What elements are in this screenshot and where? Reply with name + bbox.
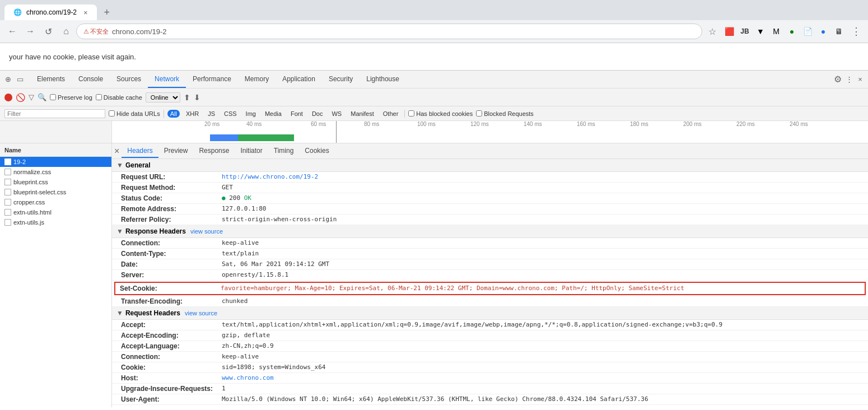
more-tools-icon[interactable]: ⋮ (843, 74, 855, 85)
filter-ws[interactable]: WS (329, 110, 344, 118)
filter-doc[interactable]: Doc (309, 110, 326, 118)
blocked-requests-label[interactable]: Blocked Requests (476, 110, 534, 117)
clear-button[interactable]: 🚫 (16, 93, 25, 102)
timeline-mark-160: 160 ms (577, 121, 595, 127)
disable-cache-checkbox[interactable] (96, 94, 102, 100)
detail-tab-response[interactable]: Response (193, 145, 235, 158)
detail-tab-cookies[interactable]: Cookies (299, 145, 334, 158)
ext-icon-4[interactable]: M (769, 25, 783, 38)
timeline-mark-140: 140 ms (524, 121, 542, 127)
address-bar[interactable]: ⚠ 不安全 chrono.com/19-2 (76, 24, 702, 39)
ext-icon-6[interactable]: 📄 (801, 25, 814, 38)
search-button[interactable]: 🔍 (38, 93, 46, 101)
preserve-log-checkbox[interactable] (50, 94, 56, 100)
ext-icon-2[interactable]: JB (738, 25, 752, 38)
reload-button[interactable]: ↺ (40, 24, 56, 39)
general-section-header[interactable]: ▼ General (112, 159, 868, 172)
file-icon (4, 169, 11, 175)
device-icon[interactable]: ▭ (15, 74, 26, 85)
import-har-button[interactable]: ⬆ (184, 93, 190, 102)
close-devtools-icon[interactable]: × (855, 74, 866, 85)
back-button[interactable]: ← (4, 24, 20, 39)
network-main: Name 19-2 normalize.css blueprint.css bl… (0, 143, 868, 407)
filter-css[interactable]: CSS (221, 110, 240, 118)
filter-media[interactable]: Media (262, 110, 284, 118)
address-text: chrono.com/19-2 (112, 27, 167, 36)
ext-icon-5[interactable]: ● (785, 25, 799, 38)
tab-title: chrono.com/19-2 (26, 8, 77, 16)
request-method-key: Request Method: (121, 184, 222, 192)
tab-network[interactable]: Network (148, 71, 186, 88)
file-item-normalize[interactable]: normalize.css (0, 167, 111, 177)
detail-tab-preview[interactable]: Preview (158, 145, 194, 158)
file-icon (4, 219, 11, 226)
general-toggle-icon: ▼ (116, 161, 123, 169)
ext-icon-3[interactable]: ▼ (754, 25, 767, 38)
resp-content-type-row: Content-Type: text/plain (112, 249, 868, 259)
tab-security[interactable]: Security (322, 71, 360, 88)
tab-application[interactable]: Application (276, 71, 322, 88)
bookmark-button[interactable]: ☆ (704, 24, 720, 39)
export-har-button[interactable]: ⬇ (194, 93, 200, 102)
has-blocked-cookies-checkbox[interactable] (408, 110, 414, 117)
record-button[interactable] (4, 94, 12, 101)
menu-button[interactable]: ⋮ (848, 24, 864, 39)
preserve-log-label[interactable]: Preserve log (50, 94, 92, 101)
forward-button[interactable]: → (22, 24, 38, 39)
tab-elements[interactable]: Elements (30, 71, 72, 88)
response-headers-view-source[interactable]: view source (190, 228, 223, 235)
file-list-header: Name (0, 143, 111, 157)
hide-data-urls-label[interactable]: Hide data URLs (109, 110, 160, 117)
browser-tab[interactable]: 🌐 chrono.com/19-2 × (4, 4, 97, 20)
request-url-link[interactable]: http://www.chrono.com/19-2 (222, 173, 318, 180)
filter-xhr[interactable]: XHR (183, 110, 202, 118)
ext-icon-7[interactable]: ● (816, 25, 830, 38)
ext-icon-1[interactable]: 🟥 (722, 25, 736, 38)
detail-tab-headers[interactable]: Headers (122, 145, 158, 158)
filter-js[interactable]: JS (205, 110, 218, 118)
filter-input[interactable] (4, 109, 105, 118)
resp-server-val: openresty/1.15.8.1 (222, 271, 859, 279)
filter-button[interactable]: ▽ (29, 93, 34, 101)
tab-lighthouse[interactable]: Lighthouse (360, 71, 406, 88)
file-item-19-2[interactable]: 19-2 (0, 157, 111, 167)
request-headers-section-header[interactable]: ▼ Request Headers view source (112, 307, 868, 320)
hide-data-urls-checkbox[interactable] (109, 110, 115, 117)
req-cookie-val: sid=1898; system=Windows_x64 (222, 364, 859, 371)
referrer-policy-row: Referrer Policy: strict-origin-when-cros… (112, 215, 868, 225)
file-item-extn-html[interactable]: extn-utils.html (0, 207, 111, 217)
settings-icon[interactable]: ⚙ (832, 74, 843, 85)
filter-font[interactable]: Font (288, 110, 306, 118)
has-blocked-cookies-label[interactable]: Has blocked cookies (408, 110, 473, 117)
file-item-extn-js[interactable]: extn-utils.js (0, 217, 111, 227)
detail-tab-timing[interactable]: Timing (268, 145, 300, 158)
cursor-icon[interactable]: ⊕ (2, 74, 13, 85)
tab-console[interactable]: Console (72, 71, 110, 88)
new-tab-button[interactable]: + (99, 4, 115, 20)
ext-icon-8[interactable]: 🖥 (832, 25, 846, 38)
filter-img[interactable]: Img (243, 110, 259, 118)
disable-cache-label[interactable]: Disable cache (96, 94, 142, 101)
response-headers-section-header[interactable]: ▼ Response Headers view source (112, 225, 868, 238)
blocked-requests-checkbox[interactable] (476, 110, 482, 117)
referrer-policy-key: Referrer Policy: (121, 216, 222, 223)
file-item-cropper[interactable]: cropper.css (0, 197, 111, 207)
filter-manifest[interactable]: Manifest (348, 110, 377, 118)
detail-tab-initiator[interactable]: Initiator (235, 145, 268, 158)
filter-other[interactable]: Other (380, 110, 402, 118)
tab-sources[interactable]: Sources (110, 71, 148, 88)
file-item-blueprint[interactable]: blueprint.css (0, 177, 111, 187)
detail-content: ▼ General Request URL: http://www.chrono… (112, 159, 868, 407)
tab-memory[interactable]: Memory (238, 71, 276, 88)
timeline-mark-60: 60 ms (311, 121, 326, 127)
detail-close-button[interactable]: × (114, 147, 119, 156)
tab-close-icon[interactable]: × (83, 8, 88, 17)
home-button[interactable]: ⌂ (58, 24, 74, 39)
req-host-key: Host: (121, 374, 222, 382)
req-accept-encoding-key: Accept-Encoding: (121, 332, 222, 339)
filter-all[interactable]: All (167, 110, 180, 118)
tab-performance[interactable]: Performance (186, 71, 238, 88)
file-item-blueprint-select[interactable]: blueprint-select.css (0, 187, 111, 197)
throttle-select[interactable]: Online (146, 92, 180, 102)
request-headers-view-source[interactable]: view source (185, 310, 217, 316)
